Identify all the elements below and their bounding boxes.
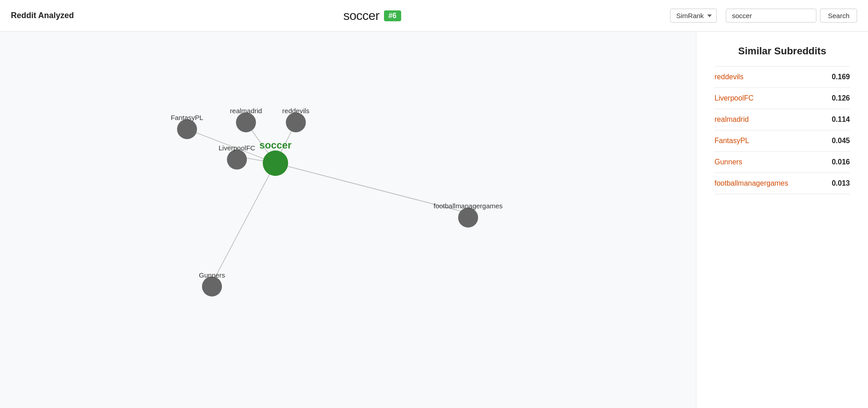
similar-item-name[interactable]: realmadrid <box>715 115 749 124</box>
sidebar: Similar Subreddits reddevils 0.169 Liver… <box>696 32 868 408</box>
simrank-select[interactable]: SimRank Cosine Jaccard <box>670 9 717 23</box>
main-content: FantasyPL realmadrid reddevils Liverpool… <box>0 32 868 408</box>
label-footballmanagergames: footballmanagergames <box>434 202 503 210</box>
similar-item-score: 0.013 <box>832 179 850 187</box>
label-liverpoolfc: LiverpoolFC <box>219 144 255 152</box>
label-gunners: Gunners <box>199 271 225 279</box>
list-item: FantasyPL 0.045 <box>715 130 850 152</box>
node-reddevils[interactable] <box>286 112 306 132</box>
app-title: Reddit Analyzed <box>11 11 74 20</box>
node-gunners[interactable] <box>202 277 222 297</box>
search-button[interactable]: Search <box>820 9 857 23</box>
similar-item-name[interactable]: footballmanagergames <box>715 179 788 187</box>
similar-item-score: 0.045 <box>832 137 850 145</box>
graph-area: FantasyPL realmadrid reddevils Liverpool… <box>0 32 696 408</box>
list-item: footballmanagergames 0.013 <box>715 173 850 194</box>
header: Reddit Analyzed soccer #6 SimRank Cosine… <box>0 0 868 32</box>
similar-list: reddevils 0.169 LiverpoolFC 0.126 realma… <box>715 66 850 194</box>
node-soccer-center[interactable] <box>263 150 288 176</box>
similar-item-score: 0.169 <box>832 73 850 81</box>
subreddit-title-area: soccer #6 <box>83 9 661 23</box>
graph-svg: FantasyPL realmadrid reddevils Liverpool… <box>0 32 696 408</box>
list-item: Gunners 0.016 <box>715 152 850 173</box>
sidebar-title: Similar Subreddits <box>715 45 850 57</box>
label-reddevils: reddevils <box>282 107 309 115</box>
search-area: Search <box>726 9 857 23</box>
similar-item-name[interactable]: reddevils <box>715 73 743 81</box>
similar-item-name[interactable]: LiverpoolFC <box>715 94 753 102</box>
node-fantasypl[interactable] <box>177 119 197 139</box>
list-item: realmadrid 0.114 <box>715 109 850 130</box>
similar-item-score: 0.114 <box>832 115 850 124</box>
similar-item-score: 0.016 <box>832 158 850 166</box>
subreddit-badge: #6 <box>384 10 401 21</box>
subreddit-name: soccer <box>343 9 379 23</box>
node-footballmanagergames[interactable] <box>458 207 478 227</box>
label-soccer-center: soccer <box>259 139 292 151</box>
label-realmadrid: realmadrid <box>230 107 262 115</box>
node-liverpoolfc[interactable] <box>227 149 247 169</box>
search-input[interactable] <box>726 9 816 23</box>
list-item: reddevils 0.169 <box>715 66 850 88</box>
label-fantasypl: FantasyPL <box>171 114 203 121</box>
similar-item-name[interactable]: FantasyPL <box>715 137 749 145</box>
similar-item-score: 0.126 <box>832 94 850 102</box>
node-realmadrid[interactable] <box>236 112 256 132</box>
list-item: LiverpoolFC 0.126 <box>715 88 850 109</box>
similar-item-name[interactable]: Gunners <box>715 158 742 166</box>
svg-line-5 <box>212 163 275 283</box>
